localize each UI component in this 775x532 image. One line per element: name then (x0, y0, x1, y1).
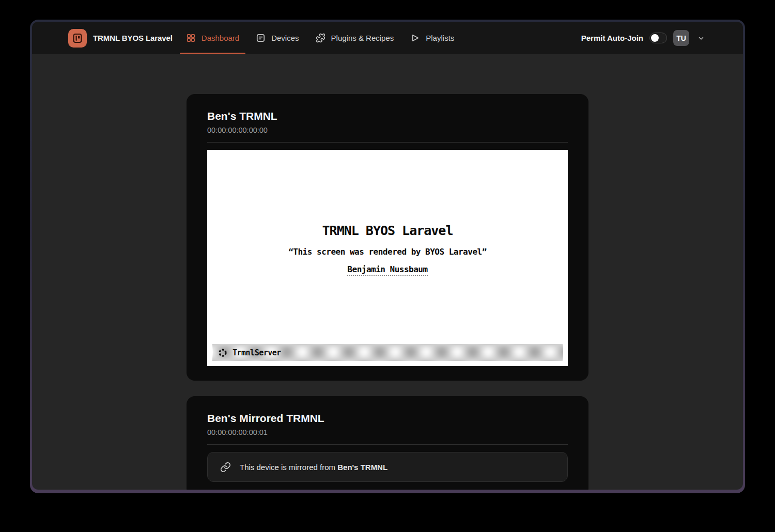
brand-title: TRMNL BYOS Laravel (93, 34, 173, 42)
trmnl-device-icon (68, 29, 87, 48)
device-screen-preview: TRMNL BYOS Laravel “This screen was rend… (207, 150, 568, 366)
link-icon (220, 462, 231, 473)
play-icon (410, 33, 420, 43)
nav-item-label: Devices (271, 34, 299, 42)
card-divider (207, 444, 568, 445)
app-window: TRMNL BYOS Laravel Dashboard (30, 20, 745, 493)
device-name: Ben's Mirrored TRMNL (207, 412, 568, 425)
user-avatar[interactable]: TU (673, 30, 689, 46)
nav-item-label: Dashboard (202, 34, 239, 42)
dashboard-content: Ben's TRMNL 00:00:00:00:00:00 TRMNL BYOS… (32, 54, 743, 490)
mirror-source-device: Ben's TRMNL (337, 463, 388, 472)
nav-item-dashboard[interactable]: Dashboard (180, 22, 245, 54)
device-card-bens-trmnl: Ben's TRMNL 00:00:00:00:00:00 TRMNL BYOS… (187, 94, 588, 381)
nav-item-playlists[interactable]: Playlists (404, 22, 460, 54)
screen-footer-bar: TrmnlServer (212, 344, 563, 361)
nav-item-plugins-recipes[interactable]: Plugins & Recipes (309, 22, 400, 54)
nav-item-label: Playlists (426, 34, 454, 42)
card-divider (207, 142, 568, 143)
top-navbar: TRMNL BYOS Laravel Dashboard (32, 22, 743, 54)
grid-icon (186, 33, 196, 43)
toggle-knob (651, 34, 659, 42)
device-name: Ben's TRMNL (207, 109, 568, 123)
screen-author: Benjamin Nussbaum (207, 264, 568, 274)
screen-title: TRMNL BYOS Laravel (207, 150, 568, 238)
mirror-notice-box: This device is mirrored from Ben's TRMNL (207, 452, 568, 482)
user-menu-button[interactable] (695, 33, 707, 44)
puzzle-icon (316, 33, 326, 43)
device-list-icon (256, 33, 266, 43)
mirror-notice-text: This device is mirrored from Ben's TRMNL (240, 463, 388, 472)
nav-item-label: Plugins & Recipes (331, 34, 394, 42)
screen-quote: “This screen was rendered by BYOS Larave… (207, 247, 568, 257)
nav-item-devices[interactable]: Devices (250, 22, 305, 54)
chevron-down-icon (698, 35, 705, 42)
navbar-right-group: Permit Auto-Join TU (581, 22, 707, 54)
permit-auto-join-label: Permit Auto-Join (581, 34, 643, 42)
permit-auto-join-toggle[interactable] (649, 33, 667, 43)
screen-footer-label: TrmnlServer (233, 348, 281, 357)
main-nav: Dashboard Devices (178, 22, 463, 54)
device-mac-address: 00:00:00:00:00:01 (207, 428, 568, 437)
brand-home-link[interactable]: TRMNL BYOS Laravel (68, 22, 173, 54)
device-mac-address: 00:00:00:00:00:00 (207, 126, 568, 135)
spinner-icon (218, 348, 227, 357)
app-window-content: TRMNL BYOS Laravel Dashboard (32, 22, 743, 490)
device-card-bens-mirrored-trmnl: Ben's Mirrored TRMNL 00:00:00:00:00:01 T… (187, 396, 588, 490)
